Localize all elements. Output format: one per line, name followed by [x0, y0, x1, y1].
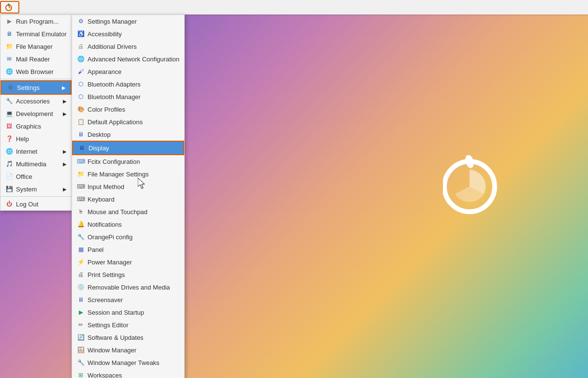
settings-menu-item-window-manager-tweaks[interactable]: 🔧Window Manager Tweaks — [72, 356, 184, 369]
screensaver-icon: 🖥 — [77, 296, 85, 304]
software-icon: 🔄 — [77, 334, 85, 341]
settings-menu-item-fcitx-configuration[interactable]: ⌨Fcitx Configuration — [72, 155, 184, 168]
primary-menu-item-accessories[interactable]: 🔧Accessories▶ — [0, 95, 72, 107]
primary-menu-item-log-out[interactable]: ⏻Log Out — [0, 198, 72, 210]
settings-menu-item-mouse-touchpad[interactable]: 🖱Mouse and Touchpad — [72, 205, 184, 218]
menu-item-label: Accessories — [16, 98, 50, 105]
submenu-arrow: ▶ — [63, 111, 67, 116]
drivers-icon: 🖨 — [77, 43, 85, 50]
settings-menu-item-settings-manager[interactable]: ⚙Settings Manager — [72, 15, 184, 28]
menu-item-label: Terminal Emulator — [16, 30, 67, 38]
settings-item-label: Bluetooth Adapters — [88, 81, 141, 88]
settings-menu-item-workspaces[interactable]: ⊞Workspaces — [72, 369, 184, 378]
settings-menu-item-desktop[interactable]: 🖥Desktop — [72, 128, 184, 141]
office-icon: 📄 — [5, 173, 13, 180]
settings-menu-item-bluetooth-adapters[interactable]: ⬡Bluetooth Adapters — [72, 78, 184, 90]
settings-submenu: ⚙Settings Manager♿Accessibility🖨Addition… — [72, 15, 185, 378]
settings-manager-icon: ⚙ — [77, 17, 85, 25]
primary-menu-item-help[interactable]: ❓Help — [0, 132, 72, 145]
primary-menu-item-system[interactable]: 💾System▶ — [0, 183, 72, 195]
app-button-icon — [5, 3, 13, 11]
display-icon: 🖥 — [78, 144, 86, 152]
settings-menu-item-additional-drivers[interactable]: 🖨Additional Drivers — [72, 40, 184, 53]
settings-menu-item-software-updates[interactable]: 🔄Software & Updates — [72, 331, 184, 344]
settings-menu-item-bluetooth-manager[interactable]: ⬡Bluetooth Manager — [72, 90, 184, 103]
notifications-icon: 🔔 — [77, 220, 85, 228]
primary-menu-item-development[interactable]: 💻Development▶ — [0, 107, 72, 120]
settings-item-label: Workspaces — [88, 372, 122, 378]
workspaces-icon: ⊞ — [77, 371, 85, 378]
settings-item-label: Settings Editor — [88, 321, 129, 329]
network-icon: 🌐 — [77, 55, 85, 63]
color-profiles-icon: 🎨 — [77, 105, 85, 113]
settings-editor-icon: ✏ — [77, 321, 85, 329]
settings-menu-item-panel[interactable]: ▦Panel — [72, 243, 184, 256]
logout-icon: ⏻ — [5, 200, 13, 208]
menu-item-label: Run Program... — [16, 18, 59, 25]
wm-tweaks-icon: 🔧 — [77, 359, 85, 366]
keyboard-icon: ⌨ — [77, 195, 85, 203]
graphics-icon: 🖼 — [5, 122, 13, 130]
settings-menu-item-appearance[interactable]: 🖌Appearance — [72, 65, 184, 78]
desktop-logo — [443, 155, 515, 223]
primary-menu-item-run-program[interactable]: ▶Run Program... — [0, 15, 72, 28]
settings-menu-item-input-method[interactable]: ⌨Input Method — [72, 180, 184, 193]
menu-separator — [0, 79, 72, 79]
primary-menu-item-multimedia[interactable]: 🎵Multimedia▶ — [0, 158, 72, 170]
settings-menu-item-window-manager[interactable]: 🪟Window Manager — [72, 344, 184, 356]
help-icon: ❓ — [5, 135, 13, 143]
taskbar — [0, 0, 588, 15]
primary-menu-item-terminal-emulator[interactable]: 🖥Terminal Emulator — [0, 28, 72, 40]
settings-item-label: Software & Updates — [88, 334, 144, 341]
default-apps-icon: 📋 — [77, 118, 85, 126]
settings-menu-item-notifications[interactable]: 🔔Notifications — [72, 218, 184, 231]
print-icon: 🖨 — [77, 271, 85, 278]
settings-item-label: Bluetooth Manager — [88, 93, 141, 101]
settings-item-label: Mouse and Touchpad — [88, 208, 147, 216]
primary-menu-item-internet[interactable]: 🌐Internet▶ — [0, 145, 72, 158]
primary-menu-item-file-manager[interactable]: 📁File Manager — [0, 40, 72, 53]
settings-menu-item-orangepi-config[interactable]: 🔧OrangePi config — [72, 231, 184, 243]
accessories-icon: 🔧 — [5, 97, 13, 105]
menu-item-label: Multimedia — [16, 160, 46, 168]
settings-item-label: Window Manager Tweaks — [88, 359, 160, 366]
wm-icon: 🪟 — [77, 346, 85, 354]
settings-menu-item-session-startup[interactable]: ▶Session and Startup — [72, 306, 184, 319]
settings-menu-item-file-manager-settings[interactable]: 📁File Manager Settings — [72, 168, 184, 180]
internet-icon: 🌐 — [5, 147, 13, 155]
primary-menu-item-graphics[interactable]: 🖼Graphics — [0, 120, 72, 132]
terminal-icon: 🖥 — [5, 30, 13, 38]
appearance-icon: 🖌 — [77, 68, 85, 75]
settings-menu-item-accessibility[interactable]: ♿Accessibility — [72, 28, 184, 40]
submenu-arrow: ▶ — [63, 187, 67, 192]
settings-menu-item-removable-drives[interactable]: 💿Removable Drives and Media — [72, 281, 184, 293]
settings-menu-item-color-profiles[interactable]: 🎨Color Profiles — [72, 103, 184, 116]
menu-item-label: Graphics — [16, 123, 41, 130]
settings-item-label: Window Manager — [88, 347, 136, 354]
mouse-icon: 🖱 — [77, 208, 85, 216]
settings-menu-item-power-manager[interactable]: ⚡Power Manager — [72, 256, 184, 268]
menu-item-label: Internet — [16, 148, 37, 155]
primary-menu: ▶Run Program...🖥Terminal Emulator📁File M… — [0, 15, 72, 211]
settings-menu-item-print-settings[interactable]: 🖨Print Settings — [72, 268, 184, 281]
settings-menu-item-advanced-network[interactable]: 🌐Advanced Network Configuration — [72, 53, 184, 65]
removable-icon: 💿 — [77, 283, 85, 291]
primary-menu-item-web-browser[interactable]: 🌐Web Browser — [0, 65, 72, 78]
fcitx-icon: ⌨ — [77, 158, 85, 165]
menu-item-label: Help — [16, 135, 29, 143]
settings-menu-item-display[interactable]: 🖥Display — [72, 141, 184, 155]
settings-menu-item-screensaver[interactable]: 🖥Screensaver — [72, 293, 184, 306]
submenu-arrow: ▶ — [63, 161, 67, 167]
menu-item-label: System — [16, 186, 37, 193]
primary-menu-item-settings[interactable]: ⚙Settings▶ — [0, 80, 72, 95]
settings-item-label: Session and Startup — [88, 309, 144, 316]
orangepi-config-icon: 🔧 — [77, 233, 85, 241]
primary-menu-item-office[interactable]: 📄Office — [0, 170, 72, 183]
settings-menu-item-default-applications[interactable]: 📋Default Applications — [72, 116, 184, 128]
settings-menu-item-keyboard[interactable]: ⌨Keyboard — [72, 193, 184, 205]
applications-button[interactable] — [0, 1, 19, 14]
primary-menu-item-mail-reader[interactable]: ✉Mail Reader — [0, 53, 72, 65]
settings-item-label: Removable Drives and Media — [88, 284, 170, 291]
settings-menu-item-settings-editor[interactable]: ✏Settings Editor — [72, 319, 184, 331]
system-icon: 💾 — [5, 185, 13, 193]
